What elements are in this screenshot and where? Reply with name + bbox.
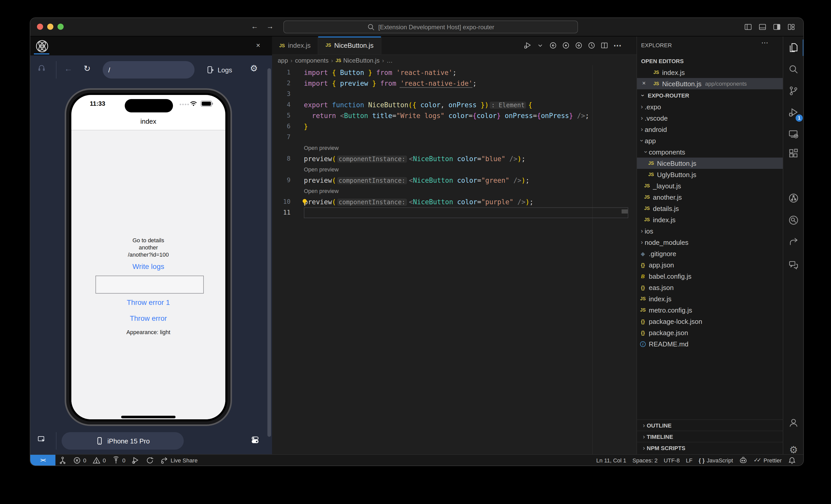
logs-button[interactable]: Logs — [206, 64, 232, 76]
tree-file-app-json[interactable]: {}app.json — [637, 259, 783, 270]
status-live-share[interactable]: Live Share — [157, 455, 201, 466]
open-editors-section[interactable]: OPEN EDITORS — [641, 58, 684, 64]
panel-left-toggle-icon[interactable] — [744, 23, 752, 31]
tree-folder--vscode[interactable]: ›.vscode — [637, 112, 783, 124]
tree-folder-components[interactable]: ›components — [637, 146, 783, 157]
tree-folder-node-modules[interactable]: ›node_modules — [637, 237, 783, 248]
activity-search-icon[interactable] — [785, 61, 802, 78]
status-language[interactable]: { }JavaScript — [695, 455, 736, 466]
tree-file-another-js[interactable]: JSanother.js — [637, 191, 783, 203]
run-debug-action-icon[interactable] — [523, 41, 531, 49]
status-remote[interactable]: >< — [30, 455, 55, 466]
status-copilot[interactable] — [736, 455, 750, 466]
reload-button[interactable]: ↻ — [84, 64, 91, 73]
breadcrumb-item[interactable]: components — [295, 57, 328, 64]
status-debug-status[interactable] — [128, 455, 143, 466]
nav-back-button[interactable]: ← — [64, 64, 73, 73]
tree-folder-android[interactable]: ›android — [637, 124, 783, 135]
chevron-down-action-icon[interactable] — [536, 41, 544, 49]
tree-file-index-js[interactable]: JSindex.js — [637, 214, 783, 225]
panel-settings-gear-icon[interactable]: ⚙ — [250, 63, 258, 74]
activity-tool-graph-icon[interactable] — [785, 190, 802, 206]
panel-right-toggle-icon[interactable] — [773, 23, 781, 31]
close-icon[interactable]: × — [254, 40, 263, 50]
open-editor-item[interactable]: JSindex.js — [637, 67, 783, 78]
tree-file-uglybutton-js[interactable]: JSUglyButton.js — [637, 169, 783, 180]
circle-forward-action-icon[interactable] — [575, 41, 582, 49]
tree-file-nicebutton-js[interactable]: JSNiceButton.js — [637, 157, 783, 169]
breadcrumb-item[interactable]: … — [386, 57, 393, 64]
close-window-button[interactable] — [37, 24, 43, 30]
breadcrumb-item[interactable]: app — [278, 57, 288, 64]
tree-folder-ios[interactable]: ›ios — [637, 225, 783, 237]
tree-file-package-lock-json[interactable]: {}package-lock.json — [637, 316, 783, 327]
activity-source-control-icon[interactable] — [785, 83, 802, 99]
section-outline[interactable]: ›OUTLINE — [637, 419, 783, 431]
history-action-icon[interactable] — [588, 41, 595, 49]
open-editor-item[interactable]: ×JSNiceButton.jsapp/components — [637, 78, 783, 89]
status-warnings[interactable]: 0 — [89, 455, 109, 466]
inspector-magnet-icon[interactable] — [37, 64, 46, 72]
panel-scrollbar[interactable] — [267, 68, 271, 437]
close-icon[interactable]: × — [642, 80, 646, 87]
tab-index-js[interactable]: JSindex.js — [272, 36, 318, 54]
device-selector[interactable]: iPhone 15 Pro — [62, 432, 184, 450]
tree-file-details-js[interactable]: JSdetails.js — [637, 203, 783, 214]
lightbulb-icon[interactable] — [301, 198, 309, 206]
split-editor-action-icon[interactable] — [601, 41, 608, 49]
activity-settings-icon[interactable]: ⚙ — [785, 441, 802, 458]
tree-file-babel-config-js[interactable]: Bbabel.config.js — [637, 270, 783, 282]
codelens-open-preview[interactable]: Open preview — [272, 143, 636, 153]
device-settings-toggles-icon[interactable] — [251, 436, 259, 444]
section-timeline[interactable]: ›TIMELINE — [637, 431, 783, 442]
activity-explorer-icon[interactable] — [785, 39, 802, 56]
tree-file-metro-config-js[interactable]: JSmetro.config.js — [637, 304, 783, 316]
tree-file-index-js[interactable]: JSindex.js — [637, 293, 783, 304]
status-cursor-position[interactable]: Ln 11, Col 1 — [593, 455, 629, 466]
activity-chat-icon[interactable] — [785, 257, 802, 273]
more-actions-icon[interactable]: ⋯ — [761, 38, 768, 47]
radon-ide-tab[interactable] — [35, 39, 49, 53]
go-to-details-link[interactable]: Go to details — [71, 237, 225, 243]
history-forward-button[interactable]: → — [266, 22, 274, 30]
throw-error-1-button[interactable]: Throw error 1 — [71, 298, 225, 306]
history-back-button[interactable]: ← — [251, 22, 258, 30]
another-link[interactable]: another — [71, 244, 225, 250]
command-center-search[interactable]: [Extension Development Host] expo-router — [283, 21, 578, 33]
breadcrumb[interactable]: app›components›JSNiceButton.js›… — [272, 55, 636, 66]
panel-bottom-toggle-icon[interactable] — [758, 23, 766, 31]
screen-inspect-icon[interactable] — [37, 435, 46, 443]
activity-tool-inspect-icon[interactable] — [785, 212, 802, 228]
tree-file-package-json[interactable]: {}package.json — [637, 327, 783, 338]
write-logs-button[interactable]: Write logs — [71, 262, 225, 270]
status-encoding[interactable]: UTF-8 — [661, 455, 683, 466]
activity-extensions-icon[interactable] — [785, 145, 802, 162]
project-section[interactable]: ›EXPO-ROUTER — [640, 92, 689, 99]
status-broadcast[interactable]: 0 — [109, 455, 128, 466]
status-ports[interactable] — [55, 455, 70, 466]
tree-file--layout-js[interactable]: JS_layout.js — [637, 180, 783, 191]
status-formatter[interactable]: ✓✓Prettier — [750, 455, 785, 466]
tree-file-readme-md[interactable]: iREADME.md — [637, 338, 783, 350]
throw-error-button[interactable]: Throw error — [71, 314, 225, 322]
tree-folder--expo[interactable]: ›.expo — [637, 101, 783, 112]
codelens-open-preview[interactable]: Open preview — [272, 164, 636, 175]
status-indentation[interactable]: Spaces: 2 — [629, 455, 661, 466]
activity-remote-device-icon[interactable] — [785, 126, 802, 142]
activity-share-icon[interactable] — [785, 234, 802, 250]
tree-file--gitignore[interactable]: ◆.gitignore — [637, 248, 783, 259]
tree-folder-app[interactable]: ›app — [637, 135, 783, 146]
status-eol[interactable]: LF — [683, 455, 696, 466]
status-errors[interactable]: 0 — [70, 455, 89, 466]
codelens-open-preview[interactable]: Open preview — [272, 186, 636, 197]
status-sync[interactable] — [143, 455, 157, 466]
activity-accounts-icon[interactable] — [785, 415, 802, 431]
tab-nicebutton-js[interactable]: JSNiceButton.js — [318, 36, 381, 54]
tree-file-eas-json[interactable]: {}eas.json — [637, 282, 783, 293]
zoom-window-button[interactable] — [57, 24, 64, 30]
code-editor[interactable]: 1import { Button } from 'react-native';2… — [272, 65, 636, 454]
another-id-link[interactable]: /another?id=100 — [71, 251, 225, 258]
circle-back-action-icon[interactable] — [549, 41, 557, 49]
url-bar[interactable]: / — [103, 61, 195, 79]
breadcrumb-item[interactable]: JSNiceButton.js — [336, 57, 379, 64]
